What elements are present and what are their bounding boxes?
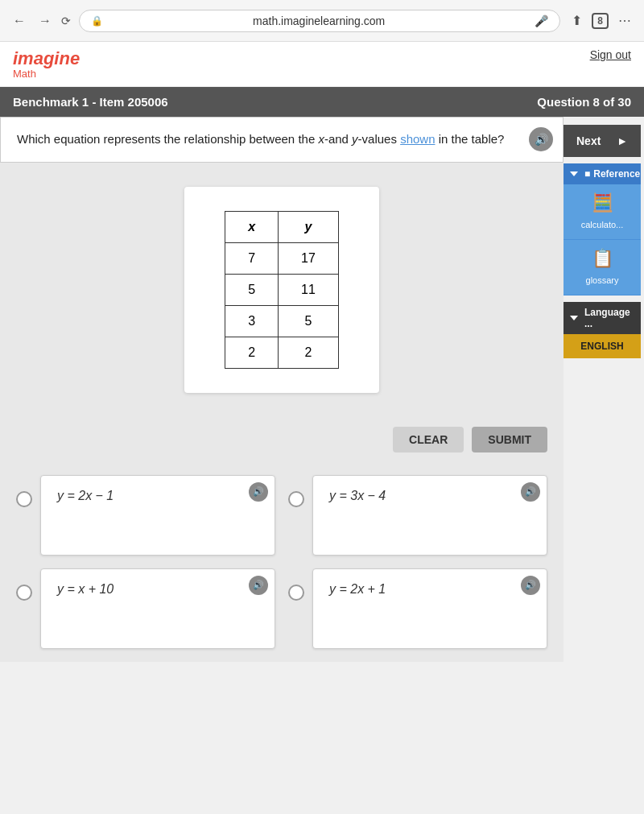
next-arrow-icon: ►: [617, 134, 628, 147]
answer-audio-d[interactable]: 🔊: [521, 576, 540, 595]
radio-c[interactable]: [16, 585, 32, 601]
browser-actions: ⬆ 8 ⋯: [568, 10, 634, 31]
action-bar: CLEAR SUBMIT: [0, 417, 564, 462]
answer-text-c: y = x + 10: [57, 582, 114, 596]
triangle-down-icon: [570, 171, 578, 176]
question-text: Which equation represents the relationsh…: [17, 130, 547, 149]
menu-button[interactable]: ⋯: [615, 10, 634, 31]
benchmark-bar: Benchmark 1 - Item 205006 Question 8 of …: [0, 87, 644, 117]
table-cell-y: 5: [279, 305, 339, 337]
reference-panel: ■ Reference 🧮 calculato... 📋 glossary: [564, 163, 641, 295]
mic-icon: 🎤: [535, 14, 548, 27]
english-button[interactable]: ENGLISH: [564, 334, 641, 358]
reference-label: Reference: [593, 168, 640, 180]
radio-d[interactable]: [288, 585, 304, 601]
url-text: math.imaginelearning.com: [109, 14, 528, 27]
table-cell-y: 2: [279, 337, 339, 368]
table-cell-y: 11: [279, 274, 339, 305]
question-text-part1: Which equation represents the relationsh…: [17, 132, 318, 146]
shown-link[interactable]: shown: [400, 132, 435, 146]
benchmark-title: Benchmark 1 - Item 205006: [13, 95, 168, 109]
calculator-item[interactable]: 🧮 calculato...: [564, 184, 641, 240]
radio-b[interactable]: [288, 491, 304, 507]
question-audio-button[interactable]: 🔊: [529, 127, 553, 151]
question-text-part3: -values: [358, 132, 401, 146]
answer-audio-b[interactable]: 🔊: [521, 482, 540, 502]
reference-header[interactable]: ■ Reference: [564, 163, 641, 184]
language-label: Language ...: [584, 307, 634, 329]
table-cell-x: 3: [225, 305, 279, 337]
question-panel: Which equation represents the relationsh…: [0, 117, 564, 163]
share-button[interactable]: ⬆: [568, 10, 585, 31]
language-triangle-icon: [570, 316, 578, 320]
calculator-icon: 🧮: [570, 192, 634, 213]
lock-icon: 🔒: [91, 15, 103, 27]
glossary-icon: 📋: [570, 248, 634, 269]
table-row: 717: [225, 242, 339, 274]
answer-text-d: y = 2x + 1: [329, 582, 386, 596]
next-button[interactable]: Next ►: [564, 125, 641, 157]
browser-bar: ← → ⟳ 🔒 math.imaginelearning.com 🎤 ⬆ 8 ⋯: [0, 0, 644, 42]
table-cell-y: 17: [279, 242, 339, 274]
answer-text-b: y = 3x − 4: [329, 489, 386, 502]
table-cell-x: 5: [225, 274, 279, 305]
browser-nav: ← → ⟳: [10, 10, 71, 31]
answer-card-d[interactable]: y = 2x + 1🔊: [312, 568, 547, 649]
tab-count[interactable]: 8: [592, 13, 609, 29]
language-header[interactable]: Language ...: [564, 302, 641, 334]
clear-button[interactable]: CLEAR: [393, 427, 464, 452]
question-text-part4: in the table?: [436, 132, 505, 146]
table-container: x y 7175113522: [0, 163, 564, 417]
sign-out-button[interactable]: Sign out: [590, 48, 631, 61]
refresh-button[interactable]: ⟳: [61, 14, 71, 27]
answer-option-c: y = x + 10🔊: [16, 568, 275, 649]
reference-icon-small: ■: [584, 168, 590, 180]
y-variable: y: [352, 132, 358, 146]
glossary-item[interactable]: 📋 glossary: [564, 240, 641, 295]
data-table: x y 7175113522: [225, 211, 339, 369]
col-header-y: y: [279, 211, 339, 242]
answers-grid: y = 2x − 1🔊y = 3x − 4🔊y = x + 10🔊y = 2x …: [0, 462, 564, 662]
answer-card-c[interactable]: y = x + 10🔊: [40, 568, 275, 649]
table-cell-x: 7: [225, 242, 279, 274]
table-row: 511: [225, 274, 339, 305]
calculator-label: calculato...: [581, 220, 624, 229]
answer-option-b: y = 3x − 4🔊: [288, 475, 547, 556]
logo-imagine: imagine: [13, 48, 80, 69]
address-bar[interactable]: 🔒 math.imaginelearning.com 🎤: [79, 10, 560, 32]
answer-option-d: y = 2x + 1🔊: [288, 568, 547, 649]
table-card: x y 7175113522: [184, 187, 379, 393]
sidebar: Next ► ■ Reference 🧮 calculato... 📋 glos…: [564, 117, 644, 358]
answer-text-a: y = 2x − 1: [57, 489, 114, 502]
submit-button[interactable]: SUBMIT: [472, 427, 547, 452]
question-progress: Question 8 of 30: [537, 95, 631, 109]
question-text-part2: -and: [324, 132, 352, 146]
answer-audio-c[interactable]: 🔊: [249, 576, 268, 595]
app-header: imagine Math Sign out: [0, 42, 644, 87]
col-header-x: x: [225, 211, 279, 242]
answer-card-a[interactable]: y = 2x − 1🔊: [40, 475, 275, 556]
answer-audio-a[interactable]: 🔊: [249, 482, 268, 502]
next-btn-panel: Next ►: [564, 125, 644, 157]
language-panel: Language ... ENGLISH: [564, 302, 641, 358]
logo-area: imagine Math: [13, 48, 80, 80]
table-row: 35: [225, 305, 339, 337]
answer-card-b[interactable]: y = 3x − 4🔊: [312, 475, 547, 556]
radio-a[interactable]: [16, 491, 32, 507]
content-area: Which equation represents the relationsh…: [0, 117, 564, 662]
next-label: Next: [576, 134, 601, 147]
speaker-icon: 🔊: [535, 133, 548, 146]
back-button[interactable]: ←: [10, 10, 29, 31]
glossary-label: glossary: [586, 275, 619, 285]
table-cell-x: 2: [225, 337, 279, 368]
table-row: 22: [225, 337, 339, 368]
logo-sub: Math: [13, 68, 80, 80]
answer-option-a: y = 2x − 1🔊: [16, 475, 275, 556]
forward-button[interactable]: →: [35, 10, 55, 31]
x-variable: x: [318, 132, 324, 146]
main-content: Which equation represents the relationsh…: [0, 117, 644, 662]
